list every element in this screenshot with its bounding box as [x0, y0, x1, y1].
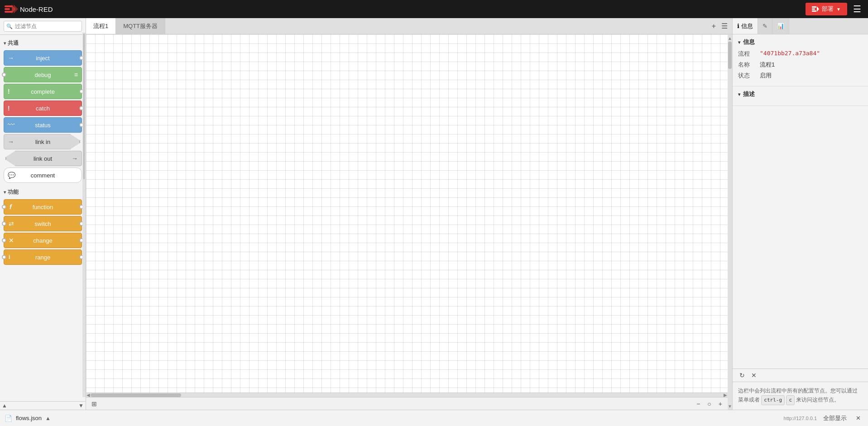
footer-collapse-button[interactable]: ▲	[45, 415, 51, 421]
chart-icon: 📊	[777, 23, 784, 29]
logo-icon	[5, 5, 17, 14]
name-value: 流程1	[760, 61, 775, 69]
header: Node-RED 部署 ▼ ☰	[0, 0, 868, 18]
info-chevron-icon: ▾	[738, 40, 740, 45]
vscroll-thumb[interactable]	[728, 42, 732, 69]
node-catch-body[interactable]: ! catch	[4, 101, 82, 116]
node-link-out[interactable]: link out →	[4, 151, 82, 166]
canvas-hscroll-track[interactable]	[91, 393, 723, 397]
node-range-body[interactable]: i range	[4, 249, 82, 265]
vscroll-track[interactable]	[728, 42, 732, 402]
config-refresh-button[interactable]: ↻	[737, 371, 747, 380]
main-menu-button[interactable]: ☰	[851, 1, 863, 17]
debug-port-left	[2, 72, 6, 77]
desc-section-title: 描述	[743, 90, 755, 98]
node-comment-body[interactable]: 💬 comment	[4, 168, 82, 183]
category-function-label: 功能	[8, 188, 19, 196]
footer-left: 📄 flows.json ▲	[5, 415, 51, 422]
inject-icon: →	[8, 54, 14, 62]
zoom-out-button[interactable]: −	[694, 399, 703, 408]
node-complete[interactable]: ! complete	[4, 84, 82, 99]
right-tab-chart[interactable]: 📊	[772, 18, 789, 34]
node-catch-label: catch	[36, 105, 50, 112]
canvas[interactable]	[86, 34, 728, 392]
sidebar-nodes: ▾ 共通 → inject debug ≡	[0, 35, 86, 401]
sidebar-scroll-down[interactable]: ▼	[78, 402, 84, 409]
status-value: 启用	[760, 72, 772, 80]
node-complete-body[interactable]: ! complete	[4, 84, 82, 99]
search-input[interactable]	[4, 21, 82, 32]
category-common-label: 共通	[8, 39, 19, 47]
svg-rect-0	[5, 5, 13, 7]
key-combo-1: ctrl-g	[761, 395, 785, 405]
svg-rect-1	[5, 8, 10, 10]
node-change-body[interactable]: ✕ change	[4, 233, 82, 248]
right-panel: ℹ 信息 ✎ 📊 ▾ 信息 流程 "4071bb27.a73a84"	[732, 18, 868, 410]
node-inject[interactable]: → inject	[4, 50, 82, 66]
info-section: ▾ 信息 流程 "4071bb27.a73a84" 名称 流程1 状态 启用	[733, 34, 868, 86]
node-link-in-label: link in	[35, 139, 50, 145]
node-debug-body[interactable]: debug ≡	[4, 67, 82, 82]
deploy-button[interactable]: 部署 ▼	[806, 3, 847, 15]
canvas-vscroll[interactable]: ▲ ▼	[728, 34, 732, 410]
deploy-dropdown-arrow: ▼	[836, 7, 841, 12]
change-port-left	[2, 238, 6, 243]
show-all-button[interactable]: 全部显示	[820, 413, 849, 423]
canvas-hscroll[interactable]: ◀ ▶	[86, 392, 728, 397]
node-catch[interactable]: ! catch	[4, 101, 82, 116]
node-status-body[interactable]: 〰 status	[4, 117, 82, 133]
main-area: 🔍 ▾ 共通 → inject debu	[0, 18, 868, 410]
node-link-in-body[interactable]: → link in	[4, 134, 82, 149]
node-function-body[interactable]: f function	[4, 199, 82, 215]
tabs-actions: + ☰	[710, 20, 732, 32]
node-link-in[interactable]: → link in	[4, 134, 82, 149]
node-range[interactable]: i range	[4, 249, 82, 265]
zoom-reset-button[interactable]: ○	[705, 399, 714, 408]
node-change[interactable]: ✕ change	[4, 233, 82, 248]
node-link-out-body[interactable]: link out →	[4, 151, 82, 166]
footer-filename: flows.json	[16, 415, 42, 421]
sidebar-scrollbar[interactable]	[82, 33, 86, 397]
info-icon: ℹ	[737, 23, 739, 29]
vscroll-up[interactable]: ▲	[728, 34, 732, 42]
right-tab-edit[interactable]: ✎	[758, 18, 772, 34]
info-section-header[interactable]: ▾ 信息	[738, 38, 863, 46]
node-comment-label: comment	[31, 172, 55, 179]
fit-canvas-button[interactable]: ⊞	[89, 399, 100, 408]
category-function[interactable]: ▾ 功能	[0, 187, 86, 198]
link-in-icon: →	[8, 138, 14, 145]
node-debug[interactable]: debug ≡	[4, 67, 82, 82]
vscroll-down[interactable]: ▼	[728, 402, 732, 410]
canvas-and-vscroll: ◀ ▶ ⊞ − ○ +	[86, 34, 728, 410]
node-switch[interactable]: ⇄ switch	[4, 216, 82, 231]
node-inject-body[interactable]: → inject	[4, 50, 82, 66]
node-function-label: function	[33, 204, 53, 211]
footer-url: http://127.0.0.1	[784, 416, 817, 421]
tab-flow1[interactable]: 流程1	[86, 18, 116, 34]
category-common[interactable]: ▾ 共通	[0, 38, 86, 49]
add-tab-button[interactable]: +	[710, 20, 718, 32]
canvas-area: ◀ ▶ ⊞ − ○ +	[86, 34, 732, 410]
node-switch-body[interactable]: ⇄ switch	[4, 216, 82, 231]
footer-close-button[interactable]: ✕	[853, 414, 863, 422]
desc-section-header[interactable]: ▾ 描述	[738, 90, 863, 98]
app-title: Node-RED	[20, 5, 53, 13]
range-port-left	[2, 255, 6, 259]
node-function[interactable]: f function	[4, 199, 82, 215]
right-tab-info[interactable]: ℹ 信息	[733, 18, 758, 34]
node-status[interactable]: 〰 status	[4, 117, 82, 133]
sidebar-scrollbar-thumb	[83, 34, 85, 179]
svg-rect-6	[812, 9, 815, 10]
node-comment[interactable]: 💬 comment	[4, 168, 82, 183]
manage-tabs-button[interactable]: ☰	[719, 20, 729, 32]
tab-mqtt[interactable]: MQTT服务器	[116, 18, 165, 34]
debug-icon: ≡	[74, 71, 78, 78]
config-text-2: 来访问这些节点。	[796, 397, 839, 403]
sidebar-scroll-up[interactable]: ▲	[2, 402, 7, 409]
flow-name-row: 名称 流程1	[738, 61, 863, 69]
config-close-button[interactable]: ✕	[749, 371, 759, 380]
zoom-in-button[interactable]: +	[716, 399, 725, 408]
tab-mqtt-label: MQTT服务器	[123, 22, 158, 30]
link-out-icon: →	[72, 155, 78, 162]
canvas-hscroll-thumb[interactable]	[91, 393, 181, 397]
